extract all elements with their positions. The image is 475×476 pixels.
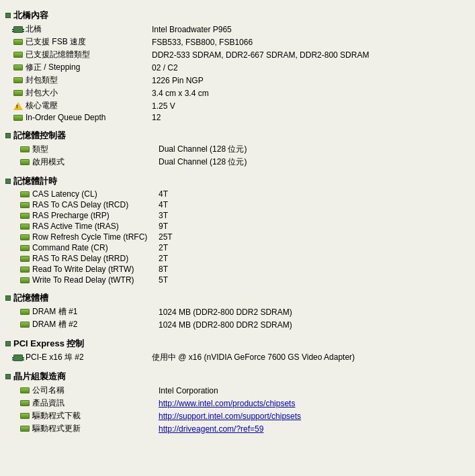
- memory-slots-title: 記憶體槽: [13, 292, 48, 304]
- northbridge-title: 北橋內容: [13, 9, 48, 21]
- driver-update-link[interactable]: http://driveagent.com/?ref=59: [159, 424, 263, 434]
- northbridge-label-4: 封包類型: [24, 75, 152, 86]
- green-icon-cm0: [19, 386, 31, 395]
- cm-row-0: 公司名稱 Intel Corporation: [5, 384, 470, 397]
- mc-value-1: Dual Channel (128 位元): [159, 156, 247, 168]
- mt-value-6: 2T: [159, 254, 168, 263]
- ms-label-1: DRAM 槽 #2: [31, 319, 159, 330]
- green-icon-mt1: [19, 200, 31, 209]
- mt-label-5: Command Rate (CR): [31, 243, 159, 252]
- ms-row-0: DRAM 槽 #1 1024 MB (DDR2-800 DDR2 SDRAM): [5, 305, 470, 318]
- green-icon-mt0: [19, 189, 31, 199]
- green-icon-mt8: [19, 275, 31, 285]
- green-icon-mt3: [19, 222, 31, 231]
- northbridge-row-0: 北橋 Intel Broadwater P965: [5, 23, 470, 36]
- green-icon-cm1: [19, 399, 31, 408]
- cm-label-3: 驅動程式更新: [31, 423, 159, 434]
- memory-timing-section-icon: [5, 179, 11, 184]
- green-icon-4: [12, 76, 24, 85]
- mt-label-0: CAS Latency (CL): [31, 189, 159, 199]
- mt-row-4: Row Refresh Cycle Time (tRFC) 25T: [5, 232, 470, 242]
- mc-label-1: 啟用模式: [31, 156, 159, 168]
- mt-label-4: Row Refresh Cycle Time (tRFC): [31, 232, 159, 242]
- memory-controller-title: 記憶體控制器: [13, 130, 66, 142]
- mt-value-5: 2T: [159, 243, 168, 252]
- cm-value-0: Intel Corporation: [159, 386, 218, 395]
- pci-label-0: PCI-E x16 埠 #2: [24, 352, 152, 363]
- pci-express-title: PCI Express 控制: [13, 338, 85, 350]
- northbridge-label-1: 已支援 FSB 速度: [24, 36, 152, 48]
- northbridge-label-2: 已支援記憶體類型: [24, 49, 152, 60]
- green-icon-mc1: [19, 158, 31, 167]
- northbridge-row-2: 已支援記憶體類型 DDR2-533 SDRAM, DDR2-667 SDRAM,…: [5, 48, 470, 61]
- northbridge-label-7: In-Order Queue Depth: [24, 113, 152, 122]
- green-icon-cm2: [19, 412, 31, 421]
- memory-controller-section-icon: [5, 133, 11, 138]
- memory-timing-title: 記憶體計時: [13, 175, 57, 187]
- cm-row-2: 驅動程式下載 http://support.intel.com/support/…: [5, 410, 470, 422]
- green-icon-mt5: [19, 243, 31, 252]
- product-info-link[interactable]: http://www.intel.com/products/chipsets: [159, 399, 295, 408]
- chipset-maker-section-icon: [5, 374, 11, 379]
- mt-label-7: Read To Write Delay (tRTW): [31, 265, 159, 274]
- mt-value-3: 9T: [159, 222, 168, 231]
- green-icon-7: [12, 113, 24, 122]
- cm-value-2[interactable]: http://support.intel.com/support/chipset…: [159, 412, 301, 421]
- cm-label-1: 產品資訊: [31, 397, 159, 409]
- mt-row-3: RAS Active Time (tRAS) 9T: [5, 221, 470, 232]
- mt-value-8: 5T: [159, 275, 168, 285]
- mt-label-1: RAS To CAS Delay (tRCD): [31, 200, 159, 209]
- northbridge-row-4: 封包類型 1226 Pin NGP: [5, 74, 470, 87]
- mc-value-0: Dual Channel (128 位元): [159, 144, 247, 155]
- chipset-maker-section-header: 晶片組製造商: [5, 371, 470, 383]
- northbridge-value-7: 12: [152, 113, 161, 122]
- memory-slots-section-icon: [5, 295, 11, 301]
- mc-label-0: 類型: [31, 144, 159, 155]
- cm-row-3: 驅動程式更新 http://driveagent.com/?ref=59: [5, 422, 470, 435]
- mt-value-1: 4T: [159, 200, 168, 209]
- chipset-maker-title: 晶片組製造商: [13, 371, 66, 383]
- memory-slots-section-header: 記憶體槽: [5, 292, 470, 304]
- mt-row-8: Write To Read Delay (tWTR) 5T: [5, 275, 470, 285]
- mt-label-6: RAS To RAS Delay (tRRD): [31, 254, 159, 263]
- mc-row-1: 啟用模式 Dual Channel (128 位元): [5, 156, 470, 169]
- mt-row-6: RAS To RAS Delay (tRRD) 2T: [5, 253, 470, 264]
- northbridge-value-6: 1.25 V: [152, 101, 175, 111]
- pci-value-0: 使用中 @ x16 (nVIDIA GeForce 7600 GS Video …: [152, 352, 355, 363]
- pci-row-0: PCI-E x16 埠 #2 使用中 @ x16 (nVIDIA GeForce…: [5, 351, 470, 364]
- green-icon-3: [12, 63, 24, 73]
- green-icon-ms1: [19, 320, 31, 330]
- memory-controller-section-header: 記憶體控制器: [5, 130, 470, 142]
- green-icon-mt4: [19, 232, 31, 242]
- mc-row-0: 類型 Dual Channel (128 位元): [5, 143, 470, 156]
- chip-icon-0: [12, 25, 24, 34]
- green-icon-ms0: [19, 307, 31, 317]
- northbridge-row-3: 修正 / Stepping 02 / C2: [5, 61, 470, 74]
- green-icon-mt7: [19, 265, 31, 274]
- main-container: 北橋內容 北橋 Intel Broadwater P965 已支援 FSB 速度…: [0, 0, 475, 439]
- green-icon-mt6: [19, 254, 31, 263]
- mt-row-2: RAS Precharge (tRP) 3T: [5, 210, 470, 221]
- cm-value-3[interactable]: http://driveagent.com/?ref=59: [159, 424, 263, 434]
- cm-value-1[interactable]: http://www.intel.com/products/chipsets: [159, 399, 295, 408]
- northbridge-value-5: 3.4 cm x 3.4 cm: [152, 89, 209, 98]
- northbridge-label-0: 北橋: [24, 23, 152, 35]
- mt-value-2: 3T: [159, 211, 168, 220]
- pci-express-section-header: PCI Express 控制: [5, 338, 470, 350]
- ms-value-0: 1024 MB (DDR2-800 DDR2 SDRAM): [159, 307, 292, 317]
- green-icon-mc0: [19, 145, 31, 154]
- green-icon-2: [12, 50, 24, 60]
- chip-icon-pci: [12, 353, 24, 363]
- northbridge-value-3: 02 / C2: [152, 63, 178, 73]
- warn-icon-6: [12, 101, 24, 111]
- green-icon-mt2: [19, 211, 31, 220]
- mt-value-4: 25T: [159, 232, 173, 242]
- mt-value-0: 4T: [159, 189, 168, 199]
- driver-download-link[interactable]: http://support.intel.com/support/chipset…: [159, 412, 301, 421]
- northbridge-row-1: 已支援 FSB 速度 FSB533, FSB800, FSB1066: [5, 36, 470, 48]
- green-icon-cm3: [19, 424, 31, 434]
- northbridge-value-2: DDR2-533 SDRAM, DDR2-667 SDRAM, DDR2-800…: [152, 50, 369, 60]
- pci-express-section-icon: [5, 341, 11, 346]
- northbridge-row-7: In-Order Queue Depth 12: [5, 112, 470, 123]
- cm-label-0: 公司名稱: [31, 385, 159, 396]
